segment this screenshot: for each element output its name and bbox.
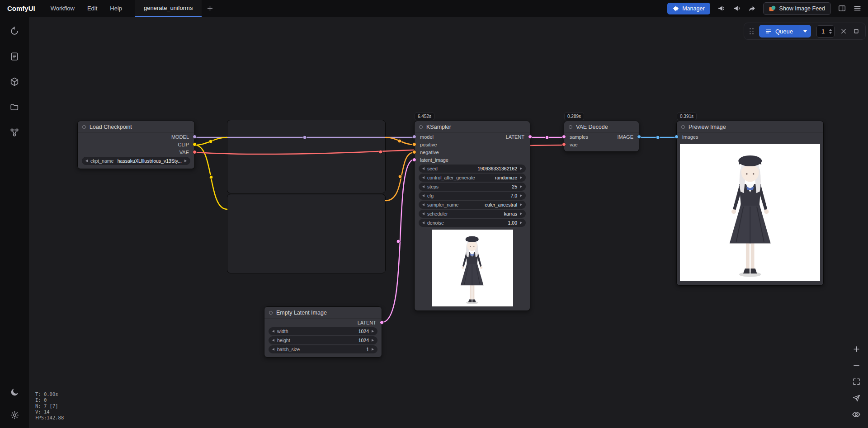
decrement-arrow-icon[interactable] <box>422 176 425 179</box>
node-header[interactable]: Load Checkpoint <box>78 121 194 133</box>
widget-denoise[interactable]: denoise 1.00 <box>419 219 526 227</box>
output-port-latent[interactable] <box>380 320 384 325</box>
node-empty-latent-image[interactable]: Empty Latent Image LATENT width 1024 hei… <box>264 306 382 357</box>
node-graph-canvas[interactable]: Load Checkpoint MODEL CLIP VAE ckpt_name… <box>29 17 868 428</box>
node-header[interactable]: VAE Decode <box>564 121 639 133</box>
node-clip-text-encode-negative[interactable] <box>227 194 386 273</box>
execution-time-badge: 6.452s <box>415 113 434 120</box>
queue-options-dropdown[interactable] <box>799 25 811 38</box>
step-down-icon[interactable] <box>829 32 832 34</box>
fit-view-button[interactable] <box>852 377 861 386</box>
input-port-latent-image[interactable] <box>412 158 416 162</box>
collapse-dot[interactable] <box>269 311 273 315</box>
decrement-arrow-icon[interactable] <box>272 339 274 342</box>
widget-cfg[interactable]: cfg 7.0 <box>419 192 526 200</box>
node-ksampler[interactable]: 6.452s KSampler model LATENT positive ne… <box>414 121 530 311</box>
menu-edit[interactable]: Edit <box>81 0 104 17</box>
increment-arrow-icon[interactable] <box>184 160 187 162</box>
tab-generate-uniforms[interactable]: generate_uniforms <box>135 0 202 17</box>
node-vae-decode[interactable]: 0.289s VAE Decode samples IMAGE vae <box>564 121 639 152</box>
widget-ckpt-name[interactable]: ckpt_name hassakuXLIllustrious_v13Sty... <box>82 157 190 165</box>
increment-arrow-icon[interactable] <box>520 212 522 215</box>
stop-square-icon <box>853 28 860 35</box>
widget-scheduler[interactable]: scheduler karras <box>419 210 526 218</box>
widget-width[interactable]: width 1024 <box>269 327 377 335</box>
widget-seed[interactable]: seed 190936331362162 <box>419 165 526 173</box>
port-row: latent_image <box>415 156 530 164</box>
new-tab-button[interactable] <box>206 5 214 12</box>
drag-handle[interactable] <box>750 28 754 34</box>
output-port-vae[interactable] <box>193 150 197 154</box>
stop-button[interactable] <box>853 28 860 35</box>
node-preview-image[interactable]: 0.391s Preview Image images <box>676 121 824 286</box>
zoom-out-button[interactable] <box>852 361 861 370</box>
decrement-arrow-icon[interactable] <box>85 160 88 162</box>
node-load-checkpoint[interactable]: Load Checkpoint MODEL CLIP VAE ckpt_name… <box>77 121 195 169</box>
decrement-arrow-icon[interactable] <box>272 330 274 333</box>
output-port-latent[interactable] <box>528 135 532 139</box>
input-port-model[interactable] <box>412 135 416 139</box>
sidebar-nodes-button[interactable] <box>9 127 19 137</box>
menu-help[interactable]: Help <box>104 0 128 17</box>
announcement-button-2[interactable] <box>732 4 741 13</box>
show-image-feed-button[interactable]: Show Image Feed <box>763 2 831 15</box>
main-menu-button[interactable] <box>853 4 862 13</box>
decrement-arrow-icon[interactable] <box>422 212 425 215</box>
output-port-model[interactable] <box>193 135 197 139</box>
queue-button[interactable]: Queue <box>759 25 799 38</box>
clear-queue-button[interactable] <box>840 28 847 35</box>
widget-sampler-name[interactable]: sampler_name euler_ancestral <box>419 201 526 209</box>
collapse-dot[interactable] <box>82 125 86 129</box>
manager-button[interactable]: Manager <box>667 3 710 14</box>
collapse-dot[interactable] <box>569 125 572 129</box>
increment-arrow-icon[interactable] <box>520 203 522 206</box>
batch-count-input[interactable]: 1 <box>816 25 835 38</box>
node-header[interactable]: Preview Image <box>677 121 823 133</box>
increment-arrow-icon[interactable] <box>520 194 522 197</box>
toggle-visibility-button[interactable] <box>852 410 861 419</box>
decrement-arrow-icon[interactable] <box>422 221 425 224</box>
increment-arrow-icon[interactable] <box>372 339 374 342</box>
collapse-dot[interactable] <box>419 125 423 129</box>
node-header[interactable]: KSampler <box>415 121 530 133</box>
widget-batch-size[interactable]: batch_size 1 <box>269 345 377 353</box>
announcement-button-1[interactable] <box>717 4 726 13</box>
node-clip-text-encode-positive[interactable] <box>227 120 386 193</box>
zoom-in-button[interactable] <box>852 345 861 353</box>
sidebar-models-button[interactable] <box>9 77 19 87</box>
share-button[interactable] <box>748 4 756 13</box>
widget-steps[interactable]: steps 25 <box>419 183 526 191</box>
settings-button[interactable] <box>10 410 19 420</box>
input-port-vae[interactable] <box>562 142 566 146</box>
input-port-positive[interactable] <box>412 142 416 146</box>
output-port-clip[interactable] <box>193 142 197 146</box>
sidebar-workflows-button[interactable] <box>9 52 19 61</box>
sidebar-browse-button[interactable] <box>9 102 19 112</box>
input-port-negative[interactable] <box>412 150 416 154</box>
collapse-dot[interactable] <box>681 125 685 129</box>
port-row: vae <box>564 141 639 148</box>
increment-arrow-icon[interactable] <box>520 185 522 188</box>
decrement-arrow-icon[interactable] <box>272 348 274 351</box>
input-port-images[interactable] <box>675 135 679 139</box>
increment-arrow-icon[interactable] <box>520 176 522 179</box>
output-port-image[interactable] <box>637 135 641 139</box>
menu-workflow[interactable]: Workflow <box>44 0 81 17</box>
widget-height[interactable]: height 1024 <box>269 336 377 344</box>
pan-mode-button[interactable] <box>852 394 861 402</box>
decrement-arrow-icon[interactable] <box>422 185 425 188</box>
toggle-panel-button[interactable] <box>838 4 846 13</box>
decrement-arrow-icon[interactable] <box>422 194 425 197</box>
node-header[interactable]: Empty Latent Image <box>264 307 382 319</box>
increment-arrow-icon[interactable] <box>372 348 374 351</box>
increment-arrow-icon[interactable] <box>520 221 522 224</box>
widget-control-after-generate[interactable]: control_after_generate randomize <box>419 174 526 182</box>
step-up-icon[interactable] <box>829 29 832 31</box>
input-port-samples[interactable] <box>562 135 566 139</box>
increment-arrow-icon[interactable] <box>520 167 522 170</box>
sidebar-queue-history-button[interactable] <box>9 26 19 36</box>
decrement-arrow-icon[interactable] <box>422 203 425 206</box>
decrement-arrow-icon[interactable] <box>422 167 425 170</box>
theme-toggle-button[interactable] <box>10 387 19 397</box>
increment-arrow-icon[interactable] <box>372 330 374 333</box>
